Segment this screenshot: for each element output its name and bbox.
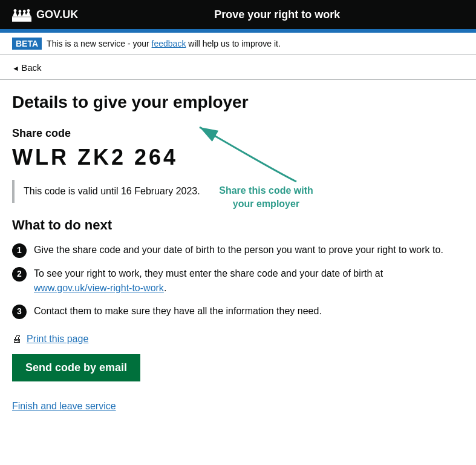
header-title: Prove your right to work	[90, 8, 464, 21]
site-header: GOV.UK Prove your right to work	[0, 0, 476, 29]
steps-list: 1 Give the share code and your date of b…	[12, 243, 448, 319]
print-link-container: 🖨 Print this page	[12, 334, 448, 345]
view-right-to-work-link[interactable]: www.gov.uk/view-right-to-work	[34, 283, 164, 293]
step-number-1: 1	[12, 243, 27, 258]
step-number-2: 2	[12, 267, 27, 282]
share-code-section: Share code WLR ZK2 264 Share this code w…	[12, 127, 448, 170]
share-code-value: WLR ZK2 264	[12, 145, 448, 170]
page-heading: Details to give your employer	[12, 92, 448, 113]
list-item: 2 To see your right to work, they must e…	[12, 266, 448, 295]
back-link[interactable]: Back	[12, 62, 42, 73]
print-link[interactable]: Print this page	[27, 334, 88, 345]
validity-notice: This code is valid until 16 February 202…	[12, 180, 448, 203]
gov-uk-logo[interactable]: GOV.UK	[12, 6, 78, 23]
step-2-text: To see your right to work, they must ent…	[34, 266, 448, 295]
what-next-heading: What to do next	[12, 217, 448, 233]
finish-link[interactable]: Finish and leave service	[12, 401, 116, 411]
beta-banner: BETA This is a new service - your feedba…	[0, 33, 476, 55]
back-link-container: Back	[0, 55, 476, 80]
step-1-text: Give the share code and your date of bir…	[34, 243, 443, 257]
step-number-3: 3	[12, 305, 27, 319]
list-item: 3 Contact them to make sure they have al…	[12, 304, 448, 319]
validity-text: This code is valid until 16 February 202…	[24, 186, 200, 196]
feedback-link[interactable]: feedback	[152, 39, 186, 48]
beta-text: This is a new service - your feedback wi…	[47, 39, 281, 48]
share-code-label: Share code	[12, 127, 448, 140]
email-button[interactable]: Send code by email	[12, 354, 140, 381]
step-3-text: Contact them to make sure they have all …	[34, 304, 322, 318]
gov-uk-logo-text: GOV.UK	[36, 8, 78, 21]
beta-tag: BETA	[12, 38, 42, 50]
list-item: 1 Give the share code and your date of b…	[12, 243, 448, 258]
printer-icon: 🖨	[12, 334, 22, 345]
main-content: Details to give your employer Share code…	[0, 80, 460, 436]
crown-icon	[12, 6, 31, 23]
